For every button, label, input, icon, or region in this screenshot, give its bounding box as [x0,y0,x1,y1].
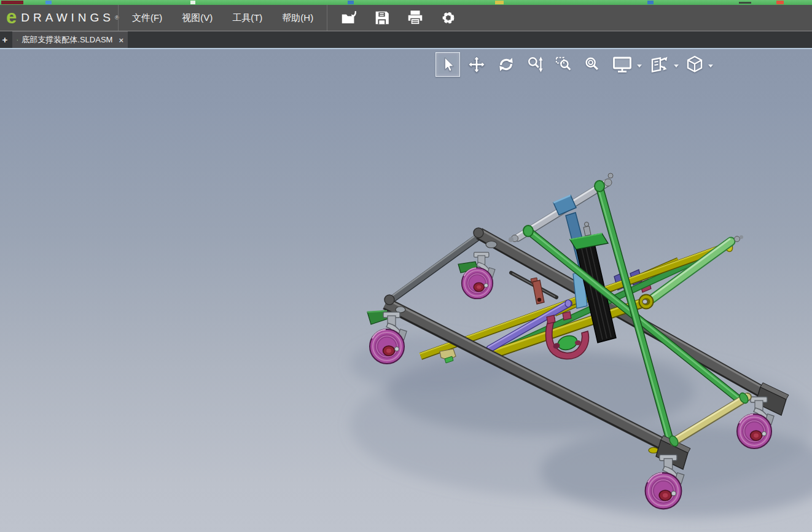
desktop-icon-fragment [190,1,195,4]
cursor-icon [439,55,457,74]
logo-e: e [6,7,17,26]
caster-wheel-mid-left [462,252,495,299]
edrawings-window: e DRAWINGS ® 文件(F) 视图(V) 工具(T) 帮助(H) [0,0,812,532]
rotate-tool-button[interactable] [497,52,515,77]
edrawings-logo: e DRAWINGS ® [0,5,118,31]
desktop-icon-fragment [495,1,504,4]
desktop-icon-fragment [647,1,654,4]
zoom-fit-tool-button[interactable] [583,52,601,77]
desktop-background-strip [0,0,812,5]
pan-icon [467,55,486,74]
view-toolbar [435,52,713,77]
tab-bar: + 底部支撑装配体.SLDASM × [0,31,812,48]
top-toolbar [327,9,458,27]
rotate-icon [497,55,515,74]
cube-icon [685,55,705,74]
pan-tool-button[interactable] [467,52,486,77]
view-orientation-button[interactable] [685,52,705,77]
print-button[interactable] [406,9,424,27]
desktop-icon-fragment [776,1,784,4]
menu-items: 文件(F) 视图(V) 工具(T) 帮助(H) [118,5,327,31]
model-viewport[interactable] [0,48,812,532]
menu-help[interactable]: 帮助(H) [272,5,323,31]
zoom-window-icon [555,55,573,74]
logo-wordmark: DRAWINGS [21,11,114,25]
desktop-icon-fragment [1,1,23,4]
zoom-icon [526,55,545,74]
menu-bar: e DRAWINGS ® 文件(F) 视图(V) 工具(T) 帮助(H) [0,5,812,31]
view-orientation-dropdown-caret[interactable] [708,65,713,68]
model-3d-view[interactable] [0,49,812,532]
arm-eye-ring [523,225,533,237]
tab-title: 底部支撑装配体.SLDASM [21,34,112,45]
reset-view-button[interactable] [648,52,670,77]
reset-view-dropdown-caret[interactable] [674,65,679,68]
tab-close-icon[interactable]: × [119,36,123,45]
save-button[interactable] [373,9,391,27]
desktop-icon-fragment [45,1,52,4]
arm-eye-ring [595,181,604,192]
zoom-tool-button[interactable] [526,52,545,77]
desktop-icon-fragment [348,1,354,4]
open-file-button[interactable] [340,9,358,27]
desktop-icon-fragment [739,2,751,4]
document-tab[interactable]: 底部支撑装配体.SLDASM × [12,31,128,48]
menu-file[interactable]: 文件(F) [122,5,172,31]
new-tab-button[interactable]: + [0,31,10,48]
full-screen-button[interactable] [611,52,633,77]
gear-icon [439,9,458,27]
select-tool-button[interactable] [435,52,460,77]
zoom-window-tool-button[interactable] [555,52,573,77]
menu-tools[interactable]: 工具(T) [222,5,272,31]
settings-button[interactable] [439,9,458,27]
zoom-fit-icon [583,55,601,74]
save-icon [373,9,391,27]
full-screen-dropdown-caret[interactable] [637,65,642,68]
monitor-icon [611,55,633,74]
menu-view[interactable]: 视图(V) [172,5,222,31]
pages-icon [648,55,670,74]
assembly-icon [17,35,18,45]
red-link [531,278,544,304]
print-icon [406,9,424,27]
open-file-icon [340,9,358,27]
